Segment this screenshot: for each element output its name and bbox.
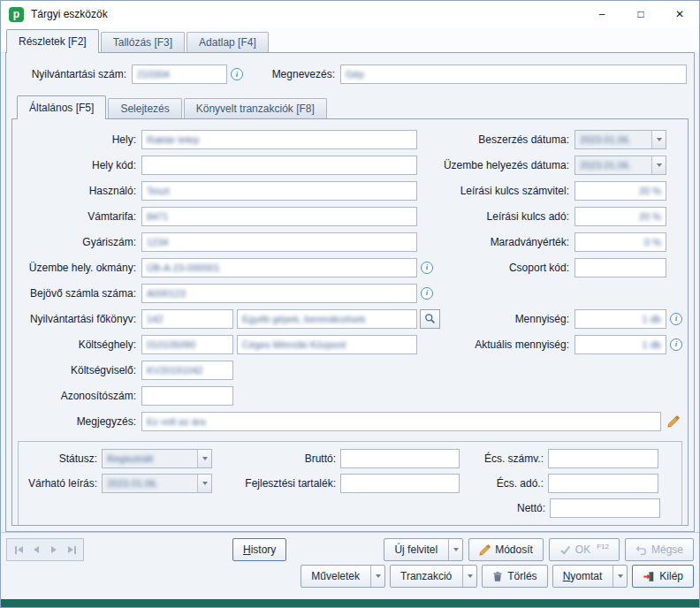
megjegyzes-input[interactable]: Ez volt az ára [141,412,661,431]
last-record-button[interactable] [64,541,80,559]
tranzakcio-dropdown[interactable] [462,566,476,587]
ecs-ado-input[interactable] [548,474,658,493]
hasznalo-label: Használó: [18,185,141,197]
form-row: Költségviselő: KV20191042 [18,357,682,383]
beszerzes-datuma-dropdown-icon[interactable] [651,131,666,148]
kilep-label: Kilép [659,570,683,582]
muveletek-button[interactable]: Műveletek [301,565,385,588]
main-tabstrip: Részletek [F2] Tallózás [F3] Adatlap [F4… [1,27,699,52]
uzembe-okmany-input[interactable]: ÜB-A-23-000001 [141,258,417,277]
next-record-button[interactable] [46,541,62,559]
fokonyv-name-input[interactable]: Egyéb gépek, berendezések [237,309,417,329]
chevron-down-icon [376,574,381,578]
aktualis-mennyiseg-info-icon[interactable]: i [670,338,682,351]
history-button[interactable]: History [232,538,286,561]
beszerzes-datuma-label: Beszerzés dátuma: [442,133,574,146]
aktualis-mennyiseg-value: 1 db [643,339,661,350]
mennyiseg-input[interactable]: 1 db [574,309,666,329]
close-button[interactable]: ✕ [660,1,699,27]
aktualis-mennyiseg-input[interactable]: 1 db [574,335,666,354]
mennyiseg-value: 1 db [643,314,661,324]
tab-tallozas[interactable]: Tallózás [F3] [101,32,185,52]
koltseghely-label: Költséghely: [18,338,141,351]
leirasi-szamvitel-value: 20 % [639,186,661,196]
koltseghely-name-input[interactable]: Céges Mérnöki Központ [237,335,417,354]
bejovo-szamla-info-icon[interactable]: i [421,287,433,300]
uzembe-datuma-dropdown-icon[interactable] [651,156,666,174]
bejovo-szamla-input[interactable]: A000123 [141,284,417,303]
varhato-leiras-select[interactable]: 2023.01.06. [102,474,212,493]
csoport-kod-label: Csoport kód: [442,262,574,274]
minimize-button[interactable]: – [582,1,621,27]
ecs-szamv-input[interactable] [548,449,658,468]
bejovo-szamla-value: A000123 [147,288,186,299]
fokonyv-code-input[interactable]: 142 [141,309,233,329]
window-title: Tárgyi eszközök [31,8,108,20]
megjegyzes-edit-button[interactable] [665,413,682,430]
uzembe-datuma-input[interactable]: 2023.01.06. [574,156,666,175]
gyariszam-input[interactable]: 1234 [141,232,417,252]
koltsegviselo-value: KV20191042 [147,365,203,376]
koltsegviselo-input[interactable]: KV20191042 [141,361,233,380]
form-row: Nyilvántartási főkönyv: 142 Egyéb gépek,… [18,306,682,331]
fokonyv-search-button[interactable] [420,309,440,329]
app-logo-icon: p [9,7,24,22]
maximize-button[interactable]: □ [621,1,660,27]
statusz-select[interactable]: Regisztrált [102,449,212,468]
nyomtat-button[interactable]: Nyomtat [552,565,628,588]
koltseghely-code-input[interactable]: 010105090 [141,335,233,354]
vamtarifa-input[interactable]: 8471 [141,207,417,226]
ecs-szamv-label: Écs. számv.: [460,452,548,465]
hely-label: Hely: [18,133,141,146]
ok-button[interactable]: OK F12 [549,538,620,561]
csoport-kod-input[interactable] [574,258,666,277]
tab-adatlap[interactable]: Adatlap [F4] [186,32,269,52]
hely-input[interactable]: Raktár telep [141,130,417,149]
history-label: istory [251,543,277,556]
name-value: Gép [346,69,364,80]
name-input[interactable]: Gép [340,65,687,84]
leirasi-szamvitel-input[interactable]: 20 % [574,181,666,201]
modosit-button[interactable]: Módosít [468,538,544,561]
pencil-icon [667,415,680,428]
beszerzes-datuma-input[interactable]: 2023.01.06. [574,130,666,149]
mennyiseg-info-icon[interactable]: i [670,313,682,325]
leirasi-ado-label: Leírási kulcs adó: [442,210,574,223]
leirasi-ado-input[interactable]: 20 % [574,207,666,226]
varhato-leiras-dropdown-icon[interactable] [197,475,211,492]
uj-felvitel-button[interactable]: Új felvitel [384,538,463,561]
subtab-altalanos[interactable]: Általános [F5] [17,95,106,119]
tranzakcio-button[interactable]: Tranzakció [390,565,477,588]
netto-input[interactable] [550,498,660,518]
koltseghely-name-value: Céges Mérnöki Központ [242,339,346,350]
azonositoszam-input[interactable] [141,386,233,406]
trash-icon [492,571,503,582]
maradvanyertek-label: Maradványérték: [442,236,574,248]
kilep-button[interactable]: Kilép [632,565,694,588]
tab-reszletek[interactable]: Részletek [F2] [6,29,99,53]
muveletek-dropdown[interactable] [370,566,384,587]
subtab-selejtezes[interactable]: Selejtezés [108,98,181,118]
megse-button[interactable]: Mégse [625,538,694,561]
previous-record-button[interactable] [28,541,44,559]
hasznalo-value: Teszt [147,186,170,196]
varhato-leiras-value: 2023.01.06. [107,478,158,489]
fejlesztesi-tartalek-input[interactable] [340,474,460,493]
reg-no-info-icon[interactable]: i [231,68,243,80]
subtab-konyvelt-tranzakciok[interactable]: Könyvelt tranzakciók [F8] [184,98,327,118]
last-record-icon [68,546,73,553]
form-row: Azonosítószám: [18,383,682,408]
maradvanyertek-input[interactable]: 0 % [574,232,666,252]
reg-no-input[interactable]: 210304 [132,65,227,84]
uj-felvitel-dropdown[interactable] [448,539,462,560]
uzembe-okmany-info-icon[interactable]: i [421,262,433,274]
torles-button[interactable]: Törlés [482,565,547,588]
hasznalo-input[interactable]: Teszt [141,181,417,201]
main-panel: Nyilvántartási szám: 210304 i Megnevezés… [5,52,695,532]
nyomtat-dropdown[interactable] [612,566,627,587]
brutto-label: Bruttó: [212,452,340,465]
first-record-button[interactable] [11,541,27,559]
hely-kod-input[interactable] [141,156,417,175]
brutto-input[interactable] [340,449,460,468]
statusz-dropdown-icon[interactable] [197,450,211,467]
